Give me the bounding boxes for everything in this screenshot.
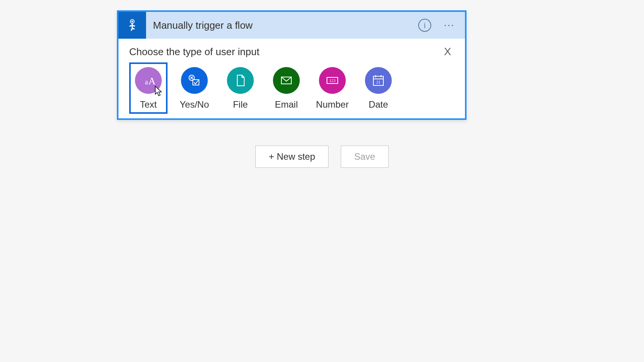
option-label: Number: [316, 99, 348, 110]
card-body: Choose the type of user input X a A Text: [118, 39, 465, 118]
action-buttons: + New step Save: [0, 146, 644, 168]
yesno-icon: [181, 67, 208, 94]
option-yesno[interactable]: Yes/No: [175, 62, 214, 114]
option-file[interactable]: File: [221, 62, 260, 114]
option-label: Yes/No: [180, 99, 209, 110]
svg-text:A: A: [148, 75, 156, 87]
option-label: File: [233, 99, 248, 110]
more-icon[interactable]: ⋯: [444, 20, 456, 31]
card-header: Manually trigger a flow i ⋯: [118, 12, 465, 39]
option-text[interactable]: a A Text: [129, 62, 168, 114]
close-icon[interactable]: X: [441, 46, 454, 58]
option-email[interactable]: Email: [267, 62, 306, 114]
info-icon[interactable]: i: [418, 19, 431, 32]
number-icon: 123: [319, 67, 346, 94]
trigger-card: Manually trigger a flow i ⋯ Choose the t…: [117, 10, 467, 120]
input-type-options: a A Text Yes/No: [129, 62, 454, 114]
option-label: Date: [369, 99, 388, 110]
email-icon: [273, 67, 300, 94]
card-title: Manually trigger a flow: [146, 12, 418, 39]
option-number[interactable]: 123 Number: [313, 62, 352, 114]
trigger-icon: [118, 12, 146, 39]
svg-text:a: a: [145, 78, 148, 86]
option-label: Text: [140, 99, 157, 110]
file-icon: [227, 67, 254, 94]
date-icon: 21: [365, 67, 392, 94]
svg-text:21: 21: [376, 80, 381, 84]
save-button[interactable]: Save: [341, 146, 389, 168]
new-step-button[interactable]: + New step: [255, 146, 329, 168]
svg-point-1: [131, 21, 133, 22]
option-date[interactable]: 21 Date: [359, 62, 398, 114]
text-icon: a A: [135, 67, 162, 94]
option-label: Email: [275, 99, 298, 110]
svg-text:123: 123: [329, 78, 336, 83]
header-actions: i ⋯: [418, 12, 465, 39]
prompt-text: Choose the type of user input: [129, 46, 260, 58]
